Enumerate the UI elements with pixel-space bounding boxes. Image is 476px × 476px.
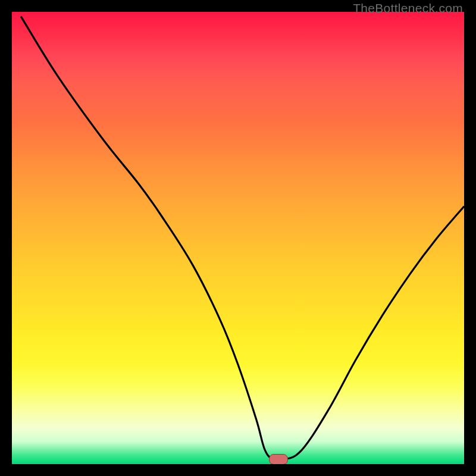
chart-border bbox=[0, 0, 476, 476]
bottleneck-chart: TheBottleneck.com bbox=[0, 0, 476, 476]
watermark-text: TheBottleneck.com bbox=[353, 1, 463, 15]
